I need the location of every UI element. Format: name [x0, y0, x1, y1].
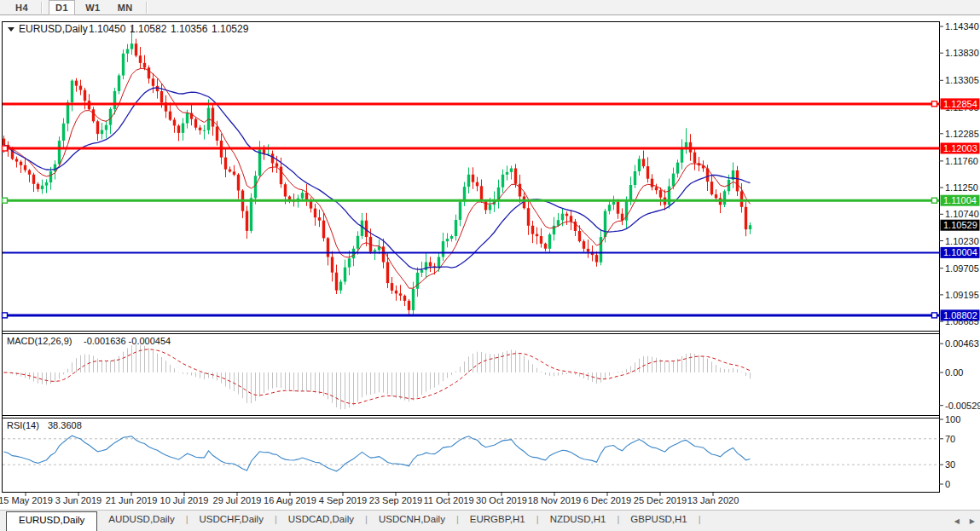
tab-audusd-daily[interactable]: AUDUSD,Daily: [97, 511, 185, 531]
candle-body: [374, 250, 376, 251]
macd-name-label: MACD(12,26,9): [7, 336, 72, 346]
date-tick-label: 18 Nov 2019: [528, 495, 581, 505]
candle-body: [570, 216, 572, 222]
symbol-dropdown-icon[interactable]: [8, 27, 14, 32]
candle-body: [403, 296, 406, 301]
candle-body: [203, 130, 206, 131]
candles-layer: [3, 26, 751, 316]
candle-body: [587, 249, 589, 252]
macd-label: MACD(12,26,9) -0.001636 -0.000454: [7, 336, 171, 346]
candle-body: [280, 167, 282, 185]
candle-body: [194, 119, 197, 128]
candle-body: [199, 128, 201, 130]
ma-slow-line: [4, 88, 751, 269]
line-endpoint-marker[interactable]: [932, 101, 937, 107]
tab-usdchf-daily[interactable]: USDCHF,Daily: [188, 511, 275, 531]
candle-body: [331, 257, 333, 273]
candle-body: [169, 112, 171, 120]
price-tick-label: 1.14340: [945, 21, 979, 32]
tab-scroll-right-icon[interactable]: ▶: [970, 518, 975, 525]
candle-body: [723, 191, 726, 205]
candle-body: [506, 172, 508, 175]
candle-body: [749, 225, 751, 229]
ohlc-close-value: 1.10529: [212, 23, 249, 35]
date-tick-label: 11 Oct 2019: [423, 495, 473, 505]
tab-eurgbp-h1[interactable]: EURGBP,H1: [459, 511, 536, 531]
price-tag-label: 1.12854: [943, 99, 977, 109]
candle-body: [557, 220, 560, 226]
price-axis[interactable]: 1.143401.138301.133051.127951.122851.117…: [939, 21, 980, 489]
price-chart-canvas[interactable]: 1.143401.138301.133051.127951.122851.117…: [0, 0, 980, 510]
line-endpoint-marker[interactable]: [3, 146, 8, 151]
candle-body: [519, 184, 521, 197]
candle-body: [79, 86, 82, 90]
candle-body: [386, 263, 389, 284]
line-endpoint-marker[interactable]: [3, 198, 8, 203]
candle-body: [105, 125, 107, 130]
candle-body: [254, 176, 257, 198]
candle-body: [237, 175, 240, 191]
rsi-name-label: RSI(14): [7, 420, 39, 430]
candle-body: [561, 214, 564, 221]
candle-body: [429, 263, 432, 267]
tab-scroll-left-icon[interactable]: ◀: [954, 518, 960, 525]
candle-body: [531, 226, 534, 234]
candle-body: [617, 202, 619, 214]
chart-symbol-label: EURUSD,Daily: [19, 23, 88, 35]
candle-body: [139, 55, 142, 63]
candle-body: [544, 244, 547, 249]
candle-body: [173, 120, 176, 126]
price-tick-label: 1.09705: [945, 263, 979, 274]
candle-body: [438, 257, 440, 268]
rsi-line: [4, 436, 751, 471]
candle-body: [745, 207, 747, 229]
candle-body: [455, 220, 457, 236]
candle-body: [357, 236, 359, 249]
candle-body: [514, 169, 517, 184]
candle-body: [668, 187, 670, 205]
tab-usdcad-daily[interactable]: USDCAD,Daily: [277, 511, 365, 531]
candle-body: [84, 90, 86, 101]
candle-body: [62, 124, 65, 141]
candle-body: [37, 184, 39, 189]
candle-body: [540, 236, 542, 244]
date-tick-label: 25 Dec 2019: [634, 495, 687, 505]
rsi-value-label: 38.3608: [48, 420, 82, 430]
candle-body: [480, 186, 483, 200]
ohlc-high-value: 1.10582: [130, 23, 167, 35]
candle-body: [595, 255, 598, 263]
chart-header: EURUSD,Daily 1.10450 1.10582 1.10356 1.1…: [8, 23, 249, 35]
date-tick-label: 6 Dec 2019: [583, 495, 631, 505]
tab-usdcnh-daily[interactable]: USDCNH,Daily: [368, 511, 456, 531]
date-axis[interactable]: 15 May 20193 Jun 201921 Jun 201910 Jul 2…: [0, 493, 739, 505]
candle-body: [152, 78, 154, 86]
candle-body: [655, 188, 658, 191]
tab-eurusd-daily[interactable]: EURUSD,Daily: [6, 511, 97, 531]
date-tick-label: 15 May 2019: [0, 495, 53, 505]
price-tick-label: 1.11760: [945, 156, 978, 166]
line-endpoint-marker[interactable]: [932, 198, 937, 203]
candle-body: [659, 190, 662, 197]
macd-tick-label: 0.00463: [945, 338, 979, 349]
line-endpoint-marker[interactable]: [3, 313, 8, 318]
candle-body: [604, 211, 606, 237]
candle-body: [715, 194, 717, 198]
macd-tick-label: 0.00: [945, 367, 963, 378]
line-endpoint-marker[interactable]: [932, 313, 937, 318]
tab-separator: |: [699, 511, 701, 524]
date-tick-label: 23 Sep 2019: [369, 495, 422, 505]
candle-body: [322, 221, 325, 239]
candle-body: [693, 153, 696, 164]
tab-gbpusd-h1[interactable]: GBPUSD,H1: [619, 511, 698, 531]
candle-body: [224, 158, 227, 170]
candle-body: [339, 282, 342, 291]
candle-body: [318, 217, 321, 221]
candle-body: [335, 273, 338, 291]
price-tick-label: 1.10740: [945, 209, 979, 219]
tab-nzdusd-h1[interactable]: NZDUSD,H1: [539, 511, 618, 531]
rsi-layer: [3, 436, 938, 471]
horizontal-lines-layer: [3, 101, 940, 318]
candle-body: [126, 49, 129, 54]
candle-body: [49, 171, 52, 182]
candle-body: [651, 179, 653, 188]
